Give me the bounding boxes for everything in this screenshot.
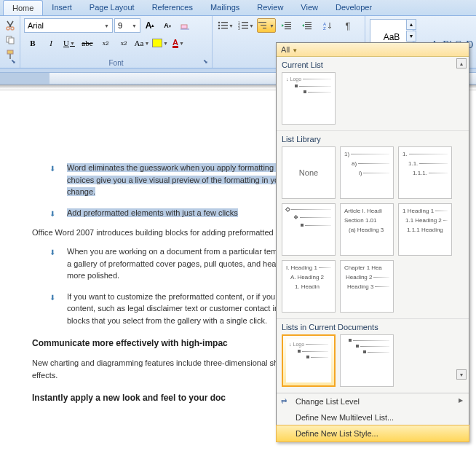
svg-rect-16	[242, 25, 248, 26]
svg-text:3: 3	[238, 26, 240, 30]
tab-mailings[interactable]: Mailings	[202, 0, 248, 15]
clear-format-button[interactable]	[177, 18, 193, 33]
tile-chapter[interactable]: Chapter 1 Hea Heading 2 Heading 3	[340, 260, 394, 313]
bold-button[interactable]: B	[24, 35, 41, 51]
style-up[interactable]: ▴	[406, 19, 416, 30]
svg-rect-6	[181, 25, 187, 28]
svg-rect-18	[242, 28, 248, 29]
tile-current-logo[interactable]: ↓Logo	[282, 72, 336, 125]
tile-none[interactable]: None	[282, 146, 336, 199]
font-group-label: Font	[20, 59, 212, 67]
font-name-select[interactable]: Arial▼	[24, 18, 113, 33]
svg-rect-29	[305, 28, 312, 29]
svg-rect-23	[285, 24, 291, 25]
multilevel-list-panel: All▼ ▴ Current List ↓Logo List Library N…	[276, 42, 469, 442]
bullet-icon: ⬇	[49, 162, 57, 198]
superscript-button[interactable]: x2	[115, 35, 132, 51]
tile-1heading[interactable]: 1 Heading 1 1.1 Heading 2 1.1.1 Heading	[398, 203, 452, 256]
ml-all-filter[interactable]: All▼	[277, 43, 469, 57]
svg-text:Z: Z	[323, 26, 326, 30]
svg-rect-19	[258, 22, 266, 23]
sect-library: List Library	[277, 131, 469, 145]
p1c: change.	[67, 187, 95, 196]
svg-rect-8	[221, 22, 228, 23]
p2: Add preformatted elements with just a fe…	[67, 208, 238, 217]
tile-doc-logo-sel[interactable]: ↓Logo	[282, 334, 336, 387]
p1a: Word eliminates the guesswork when you a…	[67, 163, 293, 172]
p4c: more polished.	[67, 271, 119, 280]
svg-rect-10	[221, 25, 228, 26]
p4a: When you are working on a document from …	[67, 247, 295, 256]
svg-rect-27	[305, 24, 312, 25]
sect-current: Current List	[277, 57, 469, 71]
bullet-icon: ⬇	[49, 291, 57, 327]
italic-button[interactable]: I	[42, 35, 60, 51]
change-list-level[interactable]: ⇄Change List Level▶	[277, 393, 469, 409]
style-down[interactable]: ▾	[406, 31, 416, 42]
tile-article[interactable]: Article I. Headi Section 1.01 (a) Headin…	[340, 203, 394, 256]
tab-references[interactable]: References	[143, 0, 202, 15]
tab-developer[interactable]: Developer	[327, 0, 381, 15]
underline-button[interactable]: U▼	[60, 35, 78, 51]
p1b: choices give you a live visual preview o…	[67, 176, 297, 184]
tab-view[interactable]: View	[292, 0, 327, 15]
svg-point-0	[7, 27, 9, 30]
grow-font-button[interactable]: A▴	[142, 18, 158, 33]
define-multilevel-list[interactable]: Define New Multilevel List...	[277, 409, 469, 425]
tab-review[interactable]: Review	[248, 0, 292, 15]
svg-rect-12	[221, 28, 228, 29]
sect-docs: Lists in Current Documents	[277, 319, 469, 333]
font-color-button[interactable]: A▼	[170, 35, 187, 51]
p5b: content, such as legal disclaimer text o…	[67, 304, 295, 313]
svg-rect-24	[285, 26, 291, 27]
p5a: If you want to customize the preformatte…	[67, 292, 296, 301]
bullet-icon: ⬇	[49, 207, 57, 219]
show-marks-button[interactable]: ¶	[338, 18, 357, 33]
cut-icon[interactable]	[4, 19, 17, 32]
multilevel-list-button[interactable]: ▼	[257, 18, 276, 33]
strike-button[interactable]: abc	[79, 35, 96, 51]
p4b: a gallery of preformatted cover pages, p…	[67, 259, 298, 268]
bullet-icon: ⬇	[49, 246, 57, 282]
clipboard-group: ⬊	[0, 16, 20, 68]
svg-rect-3	[9, 38, 14, 44]
shrink-font-button[interactable]: A▾	[159, 18, 175, 33]
svg-rect-21	[263, 28, 266, 28]
tile-bullets[interactable]: ❖	[282, 203, 336, 256]
tile-doc-bullets[interactable]	[340, 334, 394, 387]
scroll-up[interactable]: ▴	[456, 58, 467, 68]
clipboard-launcher[interactable]: ⬊	[8, 56, 18, 66]
highlight-button[interactable]: ▼	[151, 35, 169, 51]
tile-IAi[interactable]: I.Heading 1 A.Heading 2 1.Headin	[282, 260, 336, 313]
sort-button[interactable]: AZ	[318, 18, 337, 33]
p5c: blocks that you select from the gallery …	[67, 316, 267, 325]
svg-rect-22	[285, 22, 291, 23]
svg-point-11	[218, 28, 221, 30]
decrease-indent-button[interactable]	[277, 18, 296, 33]
font-group: Arial▼ 9▼ A▴ A▾ B I U▼ abc x2 x2 Aa▼ ▼ A…	[20, 16, 213, 68]
svg-rect-28	[305, 26, 312, 27]
increase-indent-button[interactable]	[298, 18, 317, 33]
svg-rect-4	[7, 50, 13, 54]
tile-1.1.1[interactable]: 1. 1.1. 1.1.1.	[398, 146, 452, 199]
tab-home[interactable]: Home	[3, 0, 43, 15]
define-list-style[interactable]: Define New List Style...	[276, 425, 469, 442]
bullets-button[interactable]: ▼	[216, 18, 235, 33]
svg-rect-26	[305, 22, 312, 23]
subscript-button[interactable]: x2	[97, 35, 114, 51]
scroll-down[interactable]: ▾	[456, 369, 467, 380]
font-launcher[interactable]: ⬊	[200, 56, 210, 66]
font-size-select[interactable]: 9▼	[114, 18, 140, 33]
tab-page-layout[interactable]: Page Layout	[81, 0, 143, 15]
tab-insert[interactable]: Insert	[43, 0, 81, 15]
svg-rect-20	[261, 25, 266, 25]
tile-1a-i[interactable]: 1) a) i)	[340, 146, 394, 199]
numbering-button[interactable]: 123▼	[237, 18, 255, 33]
svg-point-1	[11, 27, 14, 30]
copy-icon[interactable]	[4, 34, 17, 47]
change-case-button[interactable]: Aa▼	[133, 35, 151, 51]
svg-point-9	[218, 25, 221, 27]
svg-rect-14	[242, 22, 248, 23]
svg-point-7	[218, 22, 221, 24]
svg-rect-25	[285, 28, 291, 29]
